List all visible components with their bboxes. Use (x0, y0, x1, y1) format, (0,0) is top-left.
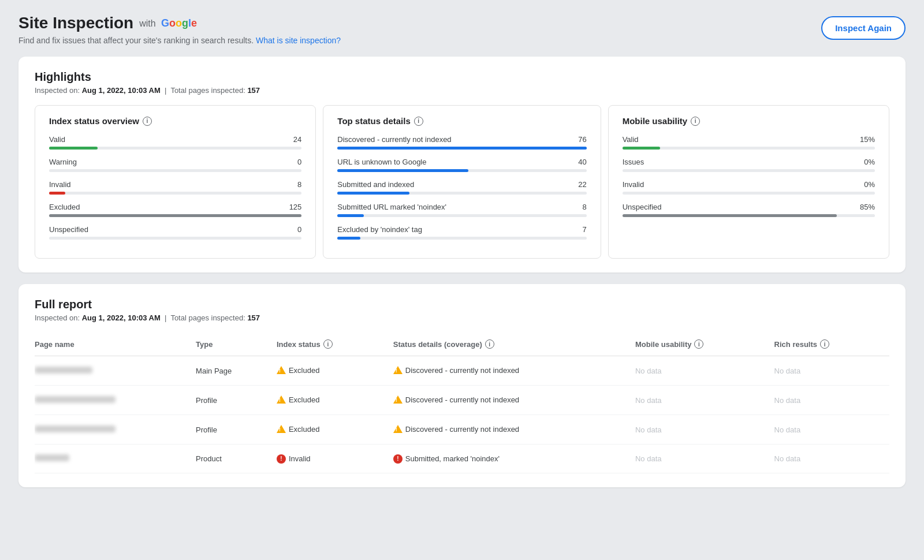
col-rich-results: Rich results i (774, 333, 889, 356)
google-logo: Google (158, 17, 197, 29)
bar-track (337, 169, 586, 172)
bar-value: 22 (578, 180, 586, 189)
bar-fill (337, 214, 363, 217)
blurred-page-name (35, 425, 116, 432)
warning-icon (393, 395, 403, 404)
index-status-info-icon[interactable]: i (143, 117, 152, 126)
cell-mobile-usability: No data (635, 386, 774, 415)
bar-track (49, 147, 301, 150)
full-report-table-wrapper: Page name Type Index status i Status det… (35, 333, 889, 473)
triangle-icon (393, 366, 403, 374)
bar-track (49, 169, 301, 172)
cell-type: Product (196, 445, 277, 473)
top-status-bars: Discovered - currently not indexed 76 UR… (337, 135, 586, 240)
status-badge-warning: Excluded (277, 395, 319, 404)
col-mobile-usability: Mobile usability i (635, 333, 774, 356)
bar-row: Excluded 125 (49, 203, 301, 217)
with-google-label: with Google (139, 17, 197, 29)
table-row[interactable]: Profile Excluded Discovered - currently … (35, 415, 889, 445)
what-is-site-inspection-link[interactable]: What is site inspection? (256, 36, 341, 45)
highlights-meta: Inspected on: Aug 1, 2022, 10:03 AM | To… (35, 86, 889, 95)
cell-rich-results: No data (774, 415, 889, 445)
no-data-mobile: No data (635, 454, 662, 463)
cell-status-details: Discovered - currently not indexed (393, 415, 635, 445)
mobile-usability-col-icon[interactable]: i (694, 339, 703, 349)
status-badge-warning: Excluded (277, 424, 319, 434)
index-status-title: Index status overview i (49, 116, 301, 126)
bar-track (337, 237, 586, 240)
no-data-mobile: No data (635, 367, 662, 375)
no-data-rich: No data (774, 396, 801, 405)
table-row[interactable]: Product! Invalid! Submitted, marked 'noi… (35, 445, 889, 473)
bar-row: Valid 24 (49, 135, 301, 150)
bar-row: Valid 15% (623, 135, 875, 150)
mobile-usability-bars: Valid 15% Issues 0% Invalid 0% (623, 135, 875, 217)
index-status-col-icon[interactable]: i (323, 339, 333, 349)
warning-icon (277, 365, 286, 375)
top-status-info-icon[interactable]: i (414, 117, 423, 126)
bar-label: Submitted and indexed (337, 180, 414, 189)
warning-icon (277, 395, 286, 404)
blurred-page-name (35, 367, 92, 374)
no-data-mobile: No data (635, 425, 662, 434)
col-index-status: Index status i (277, 333, 393, 356)
cell-rich-results: No data (774, 356, 889, 386)
no-data-rich: No data (774, 367, 801, 375)
cell-mobile-usability: No data (635, 415, 774, 445)
bar-value: 24 (293, 135, 301, 144)
no-data-rich: No data (774, 425, 801, 434)
mobile-usability-title: Mobile usability i (623, 116, 875, 126)
bar-row: Issues 0% (623, 158, 875, 172)
status-badge-error: ! Invalid (277, 454, 311, 464)
bar-row: Unspecified 85% (623, 203, 875, 217)
bar-fill (337, 147, 586, 150)
table-row[interactable]: Main Page Excluded Discovered - currentl… (35, 356, 889, 386)
bar-value: 85% (860, 203, 875, 211)
page-header: Site Inspection with Google Find and fix… (18, 14, 906, 45)
warning-icon (277, 424, 286, 434)
bar-fill (623, 147, 661, 150)
cell-type: Main Page (196, 356, 277, 386)
bar-row: URL is unknown to Google 40 (337, 158, 586, 172)
bar-fill (337, 169, 468, 172)
inspect-again-button[interactable]: Inspect Again (821, 16, 906, 40)
cell-type: Profile (196, 415, 277, 445)
bar-label: Invalid (49, 180, 71, 189)
status-badge-warning: Excluded (277, 365, 319, 375)
table-header: Page name Type Index status i Status det… (35, 333, 889, 356)
bar-track (49, 192, 301, 195)
col-status-details: Status details (coverage) i (393, 333, 635, 356)
cell-page-name (35, 356, 196, 386)
triangle-icon (393, 395, 403, 404)
bar-row: Invalid 0% (623, 180, 875, 195)
full-report-table: Page name Type Index status i Status det… (35, 333, 889, 473)
bar-fill (49, 192, 65, 195)
bar-value: 15% (860, 135, 875, 144)
rich-results-col-icon[interactable]: i (820, 339, 829, 349)
full-report-card: Full report Inspected on: Aug 1, 2022, 1… (18, 284, 906, 487)
bar-track (337, 192, 586, 195)
table-body: Main Page Excluded Discovered - currentl… (35, 356, 889, 473)
bar-label: Unspecified (49, 225, 88, 234)
bar-label: Excluded by 'noindex' tag (337, 225, 422, 234)
cell-status-details: ! Submitted, marked 'noindex' (393, 445, 635, 473)
bar-track (623, 192, 875, 195)
bar-value: 0 (297, 158, 301, 166)
status-details-col-icon[interactable]: i (485, 339, 494, 349)
mobile-usability-info-icon[interactable]: i (691, 117, 700, 126)
cell-page-name (35, 445, 196, 473)
mobile-usability-section: Mobile usability i Valid 15% Issues 0% I… (608, 105, 889, 259)
no-data-rich: No data (774, 454, 801, 463)
cell-mobile-usability: No data (635, 445, 774, 473)
bar-fill (337, 192, 409, 195)
triangle-icon (393, 425, 403, 433)
bar-label: Invalid (623, 180, 644, 189)
bar-label: URL is unknown to Google (337, 158, 426, 166)
triangle-icon (277, 395, 286, 404)
table-row[interactable]: Profile Excluded Discovered - currently … (35, 386, 889, 415)
bar-track (623, 214, 875, 217)
bar-label: Issues (623, 158, 644, 166)
status-details-badge-warning: Discovered - currently not indexed (393, 365, 519, 375)
cell-rich-results: No data (774, 386, 889, 415)
bar-fill (337, 237, 360, 240)
